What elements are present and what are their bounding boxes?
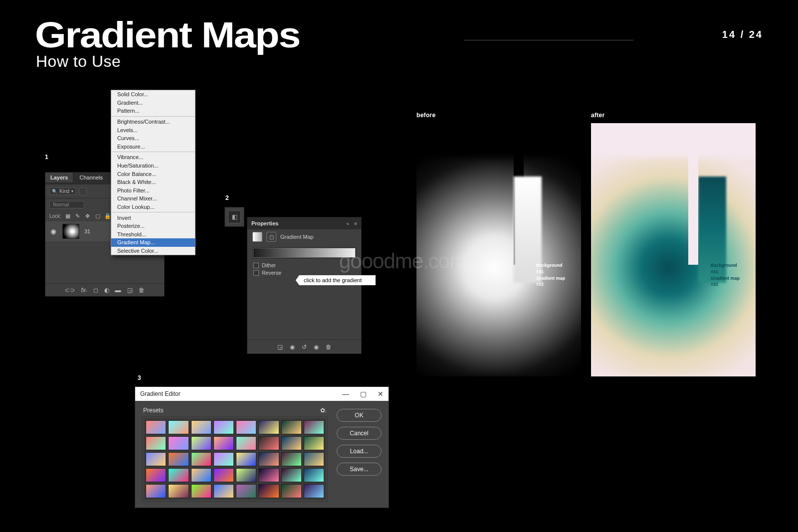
menu-item[interactable]: Color Lookup... xyxy=(111,203,195,211)
gradient-swatch[interactable] xyxy=(258,420,279,434)
kind-filter[interactable]: 🔍Kind▾ xyxy=(49,187,76,195)
gradient-swatch[interactable] xyxy=(213,452,234,466)
adjustments-icon[interactable]: ◧ xyxy=(228,210,241,223)
view-previous-icon[interactable]: ◉ xyxy=(290,344,295,351)
preset-grid xyxy=(142,417,328,502)
collapsed-panel-strip[interactable]: ◧ xyxy=(224,207,244,227)
menu-item[interactable]: Channel Mixer... xyxy=(111,194,195,203)
ok-button[interactable]: OK xyxy=(337,409,382,422)
menu-item[interactable]: Gradient Map... xyxy=(111,238,195,247)
gradient-swatch[interactable] xyxy=(304,452,324,466)
clip-icon[interactable]: ◲ xyxy=(277,344,283,351)
menu-item[interactable]: Solid Color... xyxy=(111,90,195,99)
caption-line: Background xyxy=(711,262,740,269)
menu-item[interactable]: Levels... xyxy=(111,126,195,134)
tooltip: click to add the gradient xyxy=(287,275,376,285)
gradient-swatch[interactable] xyxy=(191,484,211,498)
filter-pixel-icon[interactable] xyxy=(79,187,87,195)
gradient-swatch[interactable] xyxy=(236,436,256,450)
gradient-swatch[interactable] xyxy=(146,420,166,434)
gradient-swatch[interactable] xyxy=(236,452,256,466)
menu-item[interactable]: Posterize... xyxy=(111,222,195,230)
gradient-swatch[interactable] xyxy=(146,436,166,450)
blend-mode-select[interactable]: Normal xyxy=(49,201,84,208)
gradient-swatch[interactable] xyxy=(258,468,279,482)
lock-artboard-icon[interactable]: ▢ xyxy=(94,212,101,219)
gradient-swatch[interactable] xyxy=(281,420,302,434)
gradient-swatch[interactable] xyxy=(213,484,234,498)
layer-thumbnail[interactable] xyxy=(62,224,79,239)
menu-item[interactable]: Threshold... xyxy=(111,230,195,239)
gradient-swatch[interactable] xyxy=(236,420,256,434)
gradient-swatch[interactable] xyxy=(191,436,211,450)
gradient-swatch[interactable] xyxy=(258,436,279,450)
gradient-swatch[interactable] xyxy=(146,452,166,466)
menu-item[interactable]: Color Balance... xyxy=(111,170,195,178)
trash-icon[interactable]: 🗑 xyxy=(139,287,145,294)
gradient-swatch[interactable] xyxy=(304,484,324,498)
toggle-visibility-icon[interactable]: ◉ xyxy=(314,344,319,351)
gradient-swatch[interactable] xyxy=(213,420,234,434)
visibility-icon[interactable]: ◉ xyxy=(49,227,57,235)
menu-item[interactable]: Photo Filter... xyxy=(111,186,195,195)
reset-icon[interactable]: ↺ xyxy=(302,344,307,351)
gradient-swatch[interactable] xyxy=(146,468,166,482)
gradient-swatch[interactable] xyxy=(168,420,189,434)
load-button[interactable]: Load... xyxy=(337,445,382,458)
mask-icon[interactable]: ◻ xyxy=(93,287,98,294)
gradient-swatch[interactable] xyxy=(304,436,324,450)
gradient-swatch[interactable] xyxy=(191,420,211,434)
gradient-swatch[interactable] xyxy=(281,452,302,466)
menu-item[interactable]: Pattern... xyxy=(111,107,195,115)
gradient-swatch[interactable] xyxy=(168,484,189,498)
new-layer-icon[interactable]: ◲ xyxy=(127,287,133,294)
gradient-swatch[interactable] xyxy=(236,468,256,482)
fx-icon[interactable]: fx▫ xyxy=(81,287,87,294)
folder-icon[interactable]: ▬ xyxy=(115,287,121,294)
lock-all-icon[interactable]: 🔒 xyxy=(104,212,111,219)
gear-icon[interactable]: ✿. xyxy=(320,407,327,414)
gradient-swatch[interactable] xyxy=(258,484,279,498)
trash-icon[interactable]: 🗑 xyxy=(326,344,332,351)
menu-icon[interactable]: ≡ xyxy=(354,221,357,226)
gradient-swatch[interactable] xyxy=(213,436,234,450)
gradient-swatch[interactable] xyxy=(168,452,189,466)
gradient-swatch[interactable] xyxy=(304,420,324,434)
lock-brush-icon[interactable]: ✎ xyxy=(74,212,81,219)
adjustment-icon[interactable]: ◐ xyxy=(104,287,109,294)
menu-item[interactable]: Curves... xyxy=(111,134,195,143)
gradient-swatch[interactable] xyxy=(281,484,302,498)
gradient-swatch[interactable] xyxy=(281,436,302,450)
gradient-swatch[interactable] xyxy=(236,484,256,498)
link-icon[interactable]: ⊂⊃ xyxy=(65,287,75,294)
lock-pixels-icon[interactable]: ▦ xyxy=(64,212,71,219)
lock-move-icon[interactable]: ✥ xyxy=(84,212,91,219)
gradient-swatch[interactable] xyxy=(191,468,211,482)
cancel-button[interactable]: Cancel xyxy=(337,427,382,440)
menu-item[interactable]: Black & White... xyxy=(111,178,195,186)
mask-icon[interactable]: ▢ xyxy=(266,232,276,242)
gradient-swatch[interactable] xyxy=(168,468,189,482)
gradient-swatch[interactable] xyxy=(213,468,234,482)
gradient-swatch[interactable] xyxy=(258,452,279,466)
menu-item[interactable]: Brightness/Contrast... xyxy=(111,118,195,126)
menu-item[interactable]: Vibrance... xyxy=(111,153,195,162)
gradient-swatch[interactable] xyxy=(191,452,211,466)
menu-item[interactable]: Exposure... xyxy=(111,143,195,151)
menu-item[interactable]: Invert xyxy=(111,213,195,222)
save-button[interactable]: Save... xyxy=(337,463,382,476)
menu-item[interactable]: Selective Color... xyxy=(111,247,195,255)
maximize-icon[interactable]: ▢ xyxy=(360,390,367,398)
tab-channels[interactable]: Channels xyxy=(75,173,108,182)
minimize-icon[interactable]: — xyxy=(342,390,349,398)
close-icon[interactable]: ✕ xyxy=(378,390,384,398)
gradient-swatch[interactable] xyxy=(168,436,189,450)
gradient-swatch[interactable] xyxy=(304,468,324,482)
menu-item[interactable]: Gradient... xyxy=(111,99,195,107)
adjustment-type-icon xyxy=(252,232,262,242)
gradient-swatch[interactable] xyxy=(146,484,166,498)
tab-layers[interactable]: Layers xyxy=(45,173,73,182)
collapse-icon[interactable]: « xyxy=(347,221,350,226)
gradient-swatch[interactable] xyxy=(281,468,302,482)
menu-item[interactable]: Hue/Saturation... xyxy=(111,162,195,170)
